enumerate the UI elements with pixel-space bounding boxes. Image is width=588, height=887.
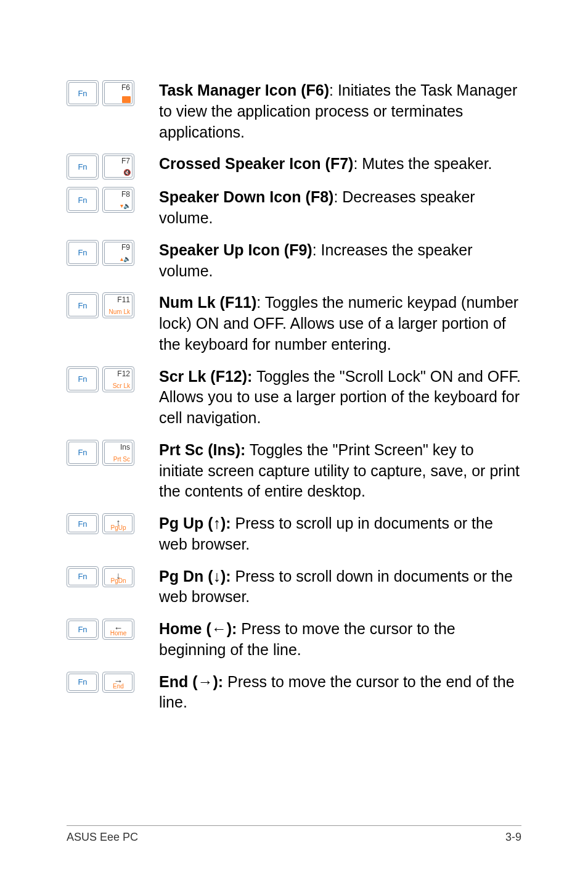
- end-label: End: [105, 683, 132, 690]
- key-fn: Fn: [67, 440, 99, 466]
- pgup-label: PgUp: [105, 524, 132, 531]
- row-f7: Fn F7🔇 Crossed Speaker Icon (F7): Mutes …: [67, 154, 521, 179]
- row-f12: Fn F12Scr Lk Scr Lk (F12): Toggles the "…: [67, 366, 521, 429]
- desc-f12: Scr Lk (F12): Toggles the "Scroll Lock" …: [159, 366, 521, 429]
- volume-up-icon: ▴🔈: [120, 255, 131, 262]
- key-f7: F7🔇: [102, 154, 134, 179]
- row-end: Fn →End End (→): Press to move the curso…: [67, 672, 521, 714]
- page-footer: ASUS Eee PC 3-9: [67, 825, 521, 844]
- desc-f11: Num Lk (F11): Toggles the numeric keypad…: [159, 292, 521, 355]
- key-fn: Fn: [67, 566, 99, 587]
- scrlk-label: Scr Lk: [113, 382, 130, 389]
- mute-icon: 🔇: [123, 169, 131, 176]
- manual-page: Fn F6 Task Manager Icon (F6): Initiates …: [0, 0, 588, 887]
- prtsc-label: Prt Sc: [113, 456, 130, 463]
- desc-home: Home (←): Press to move the cursor to th…: [159, 619, 521, 661]
- key-combo-f6: Fn F6: [67, 80, 159, 106]
- desc-f7: Crossed Speaker Icon (F7): Mutes the spe…: [159, 154, 521, 175]
- desc-ins: Prt Sc (Ins): Toggles the "Print Screen"…: [159, 440, 521, 502]
- key-f8: F8▾🔈: [102, 187, 134, 213]
- row-f9: Fn F9▴🔈 Speaker Up Icon (F9): Increases …: [67, 240, 521, 282]
- key-right: →End: [102, 672, 134, 693]
- desc-end: End (→): Press to move the cursor to the…: [159, 672, 521, 714]
- key-ins: InsPrt Sc: [102, 440, 134, 466]
- key-up: ↑PgUp: [102, 513, 134, 534]
- key-left: ←Home: [102, 619, 134, 640]
- key-f6: F6: [102, 80, 134, 106]
- key-fn: Fn: [67, 513, 99, 534]
- row-f8: Fn F8▾🔈 Speaker Down Icon (F8): Decrease…: [67, 187, 521, 229]
- numlk-label: Num Lk: [109, 308, 130, 315]
- row-pgup: Fn ↑PgUp Pg Up (↑): Press to scroll up i…: [67, 513, 521, 555]
- key-fn: Fn: [67, 619, 99, 640]
- key-fn: Fn: [67, 240, 99, 266]
- desc-f8: Speaker Down Icon (F8): Decreases speake…: [159, 187, 521, 229]
- key-fn: Fn: [67, 80, 99, 106]
- task-manager-icon: [122, 96, 131, 103]
- row-ins: Fn InsPrt Sc Prt Sc (Ins): Toggles the "…: [67, 440, 521, 502]
- key-down: ↓PgDn: [102, 566, 134, 587]
- key-fn: Fn: [67, 187, 99, 213]
- desc-pgdn: Pg Dn (↓): Press to scroll down in docum…: [159, 566, 521, 608]
- key-f11: F11Num Lk: [102, 292, 134, 318]
- key-fn: Fn: [67, 154, 99, 179]
- key-f6-label: F6: [121, 83, 130, 92]
- key-fn: Fn: [67, 292, 99, 318]
- row-home: Fn ←Home Home (←): Press to move the cur…: [67, 619, 521, 661]
- row-f6: Fn F6 Task Manager Icon (F6): Initiates …: [67, 80, 521, 142]
- row-pgdn: Fn ↓PgDn Pg Dn (↓): Press to scroll down…: [67, 566, 521, 608]
- desc-pgup: Pg Up (↑): Press to scroll up in documen…: [159, 513, 521, 555]
- key-fn-label: Fn: [78, 89, 87, 98]
- key-f9: F9▴🔈: [102, 240, 134, 266]
- desc-f6: Task Manager Icon (F6): Initiates the Ta…: [159, 80, 521, 142]
- key-fn: Fn: [67, 366, 99, 392]
- key-fn: Fn: [67, 672, 99, 693]
- desc-f9: Speaker Up Icon (F9): Increases the spea…: [159, 240, 521, 282]
- row-f11: Fn F11Num Lk Num Lk (F11): Toggles the n…: [67, 292, 521, 355]
- home-label: Home: [105, 630, 132, 637]
- footer-left: ASUS Eee PC: [67, 831, 138, 844]
- pgdn-label: PgDn: [105, 577, 132, 584]
- footer-right: 3-9: [505, 831, 521, 844]
- key-f12: F12Scr Lk: [102, 366, 134, 392]
- volume-down-icon: ▾🔈: [120, 202, 131, 209]
